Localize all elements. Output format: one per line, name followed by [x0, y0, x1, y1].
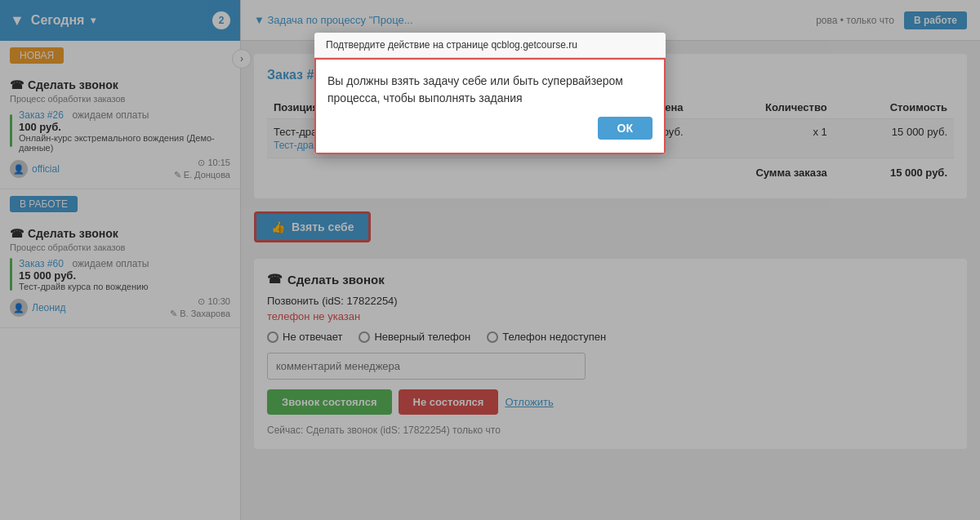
modal-message: Вы должны взять задачу себе или быть суп… [327, 73, 653, 107]
modal-ok-button[interactable]: ОК [598, 117, 653, 140]
modal-box: Подтвердите действие на странице qcblog.… [314, 33, 666, 154]
modal-top-bar-text: Подтвердите действие на странице qcblog.… [326, 39, 577, 51]
modal-body: Вы должны взять задачу себе или быть суп… [314, 58, 666, 154]
modal-top-bar: Подтвердите действие на странице qcblog.… [314, 33, 666, 58]
modal-overlay: Подтвердите действие на странице qcblog.… [0, 0, 980, 520]
